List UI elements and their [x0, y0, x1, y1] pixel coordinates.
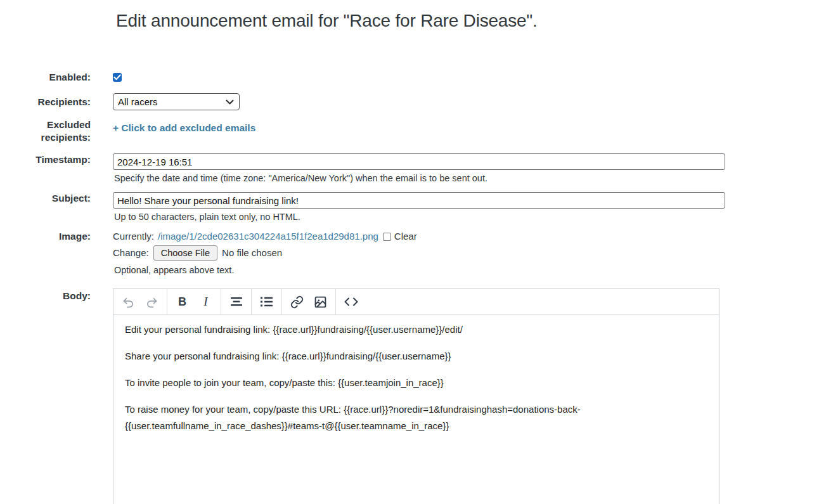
timestamp-help-text: Specify the date and time (time zone: "A…: [113, 173, 826, 183]
excluded-recipients-label: Excluded recipients:: [0, 119, 91, 144]
clear-checkbox[interactable]: [383, 233, 391, 241]
body-paragraph: Edit your personal fundraising link: {{r…: [125, 321, 707, 338]
undo-icon: [122, 295, 135, 309]
redo-icon: [145, 295, 158, 309]
enabled-checkbox[interactable]: [113, 73, 122, 82]
choose-file-button[interactable]: Choose File: [153, 245, 217, 261]
clear-label: Clear: [394, 230, 417, 243]
add-excluded-emails-link[interactable]: + Click to add excluded emails: [113, 119, 255, 134]
code-view-button[interactable]: [339, 292, 363, 312]
insert-link-button[interactable]: [285, 292, 309, 312]
recipients-label: Recipients:: [0, 93, 91, 108]
redo-button[interactable]: [140, 292, 164, 312]
body-label: Body:: [0, 288, 91, 302]
body-editor-content[interactable]: Edit your personal fundraising link: {{r…: [113, 315, 719, 451]
insert-image-button[interactable]: [309, 292, 332, 312]
link-icon: [290, 295, 304, 309]
change-label: Change:: [113, 247, 149, 259]
body-paragraph: To invite people to join your team, copy…: [125, 375, 707, 391]
align-center-icon: [229, 295, 243, 308]
bold-button[interactable]: B: [171, 292, 194, 312]
body-paragraph: Share your personal fundraising link: {{…: [125, 348, 707, 365]
subject-label: Subject:: [0, 192, 91, 205]
bullet-list-icon: [260, 295, 273, 308]
body-rich-text-editor: B I: [113, 288, 720, 504]
italic-button[interactable]: I: [194, 292, 217, 312]
image-help-text: Optional, appears above text.: [113, 264, 826, 276]
current-image-link[interactable]: /image/1/2cde02631c304224a15f1f2ea1d29d8…: [158, 230, 378, 243]
timestamp-label: Timestamp:: [0, 153, 91, 166]
code-icon: [344, 296, 359, 307]
currently-label: Currently:: [113, 230, 154, 243]
announcement-email-form: Enabled: Recipients: All racers Excluded…: [0, 71, 826, 504]
image-label: Image:: [0, 230, 91, 243]
page-title: Edit announcement email for "Race for Ra…: [116, 9, 826, 33]
editor-toolbar: B I: [113, 289, 719, 315]
subject-help-text: Up to 50 characters, plain text only, no…: [113, 212, 826, 222]
image-icon: [314, 295, 327, 309]
subject-input[interactable]: [113, 192, 725, 209]
check-icon: [113, 74, 121, 81]
no-file-chosen-label: No file chosen: [222, 247, 282, 259]
bullet-list-button[interactable]: [255, 292, 278, 312]
recipients-select[interactable]: All racers: [113, 93, 240, 110]
enabled-label: Enabled:: [0, 71, 91, 84]
undo-button[interactable]: [117, 292, 140, 312]
align-center-button[interactable]: [224, 292, 248, 312]
timestamp-input[interactable]: [113, 153, 725, 170]
body-paragraph: To raise money for your team, copy/paste…: [125, 401, 707, 434]
